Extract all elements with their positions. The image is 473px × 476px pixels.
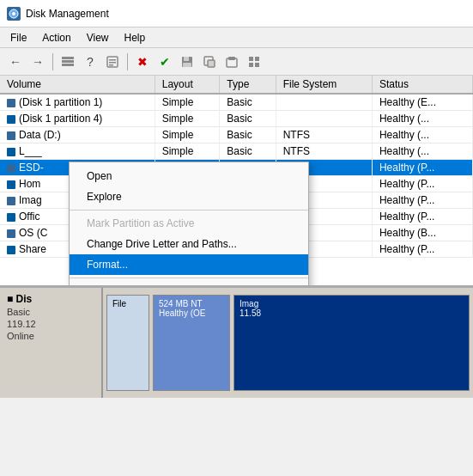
disk-label: ■ Dis xyxy=(7,293,94,305)
col-type: Type xyxy=(220,76,276,94)
cell-status: Healthy (E... xyxy=(372,94,472,111)
partition-imag[interactable]: Imag 11.58 xyxy=(233,295,470,391)
cell-volume: (Disk 1 partition 4) xyxy=(0,111,155,127)
disk-size: 119.12 xyxy=(7,319,94,329)
cell-layout: Simple xyxy=(155,143,220,160)
context-menu-item-explore[interactable]: Explore xyxy=(70,186,308,207)
forward-button[interactable]: → xyxy=(27,52,48,72)
menu-file[interactable]: File xyxy=(3,30,33,46)
window-title: Disk Management xyxy=(26,8,109,20)
svg-rect-18 xyxy=(249,63,253,67)
context-menu: OpenExploreMark Partition as ActiveChang… xyxy=(69,162,309,286)
volume-icon xyxy=(7,229,15,238)
svg-rect-2 xyxy=(62,57,74,59)
delete-button[interactable]: ✖ xyxy=(132,52,153,72)
table-row[interactable]: (Disk 1 partition 1)SimpleBasicHealthy (… xyxy=(0,94,473,111)
svg-rect-19 xyxy=(255,63,259,67)
svg-rect-8 xyxy=(109,64,113,66)
svg-rect-6 xyxy=(109,59,116,61)
cell-filesystem xyxy=(276,111,372,127)
cell-filesystem: NTFS xyxy=(276,143,372,160)
svg-rect-16 xyxy=(249,57,253,61)
cell-layout: Simple xyxy=(155,127,220,143)
col-layout: Layout xyxy=(155,76,220,94)
volume-icon xyxy=(7,197,15,205)
grid-button[interactable] xyxy=(244,52,264,72)
svg-rect-4 xyxy=(62,64,74,66)
cell-layout: Simple xyxy=(155,94,220,111)
save-button[interactable] xyxy=(177,52,197,72)
cell-volume: L___ xyxy=(0,143,155,160)
disk-type: Basic xyxy=(7,307,94,317)
cell-filesystem xyxy=(276,94,372,111)
help-button[interactable]: ? xyxy=(80,52,100,72)
partition-524mb-size: 524 MB NT xyxy=(159,299,224,308)
table-row[interactable]: Data (D:)SimpleBasicNTFSHealthy (... xyxy=(0,127,473,143)
volume-icon xyxy=(7,180,15,189)
import-button[interactable] xyxy=(221,52,242,72)
volume-icon xyxy=(7,131,15,140)
cell-filesystem: NTFS xyxy=(276,127,372,143)
disk-area: ■ Dis Basic 119.12 Online File 524 MB NT… xyxy=(0,286,473,398)
toolbar-sep-2 xyxy=(127,53,128,70)
list-view-button[interactable] xyxy=(58,52,78,72)
partition-524mb[interactable]: 524 MB NT Healthy (OE xyxy=(153,295,230,391)
volume-icon xyxy=(7,115,15,124)
cell-status: Healthy (B... xyxy=(372,225,472,241)
partition-imag-label: Imag xyxy=(240,299,464,308)
cell-status: Healthy (P... xyxy=(372,176,472,192)
cell-status: Healthy (P... xyxy=(372,241,472,258)
context-menu-item-open[interactable]: Open xyxy=(70,166,308,186)
context-menu-item-format---[interactable]: Format... xyxy=(70,254,308,275)
cell-status: Healthy (P... xyxy=(372,209,472,225)
cell-type: Basic xyxy=(220,94,276,111)
properties-button[interactable] xyxy=(102,52,123,72)
volume-icon xyxy=(7,99,15,107)
context-menu-separator xyxy=(70,210,308,211)
volume-icon xyxy=(7,246,15,254)
back-button[interactable]: ← xyxy=(5,52,26,72)
context-menu-item-mark-partition-as-active: Mark Partition as Active xyxy=(70,213,308,234)
table-header-row: Volume Layout Type File System Status xyxy=(0,76,473,94)
confirm-button[interactable]: ✔ xyxy=(155,52,175,72)
cell-status: Healthy (P... xyxy=(372,192,472,209)
col-filesystem: File System xyxy=(276,76,372,94)
menu-view[interactable]: View xyxy=(80,30,116,46)
context-menu-item-extend-volume---: Extend Volume... xyxy=(70,281,308,286)
table-container: Volume Layout Type File System Status (D… xyxy=(0,76,473,286)
cell-status: Healthy (... xyxy=(372,143,472,160)
title-bar: Disk Management xyxy=(0,0,473,27)
table-row[interactable]: (Disk 1 partition 4)SimpleBasicHealthy (… xyxy=(0,111,473,127)
partition-file-label: File xyxy=(112,299,143,308)
disk-partitions: File 524 MB NT Healthy (OE Imag 11.58 xyxy=(103,288,473,398)
svg-rect-3 xyxy=(62,60,74,63)
toolbar: ← → ? ✖ ✔ xyxy=(0,48,473,76)
menu-action[interactable]: Action xyxy=(35,30,77,46)
svg-rect-10 xyxy=(184,57,189,61)
svg-rect-11 xyxy=(183,63,191,67)
cell-volume: Data (D:) xyxy=(0,127,155,143)
svg-rect-13 xyxy=(208,60,215,67)
volume-icon xyxy=(7,213,15,222)
context-menu-item-change-drive-letter-and-paths---[interactable]: Change Drive Letter and Paths... xyxy=(70,234,308,254)
menu-help[interactable]: Help xyxy=(118,30,153,46)
app-icon xyxy=(7,7,21,21)
cell-volume: (Disk 1 partition 1) xyxy=(0,94,155,111)
cell-layout: Simple xyxy=(155,111,220,127)
col-status: Status xyxy=(372,76,472,94)
export-button[interactable] xyxy=(199,52,220,72)
cell-type: Basic xyxy=(220,143,276,160)
menu-bar: File Action View Help xyxy=(0,27,473,48)
cell-type: Basic xyxy=(220,127,276,143)
svg-rect-17 xyxy=(255,57,259,61)
table-row[interactable]: L___SimpleBasicNTFSHealthy (... xyxy=(0,143,473,160)
svg-rect-7 xyxy=(109,62,116,64)
partition-file[interactable]: File xyxy=(106,295,149,391)
volume-icon xyxy=(7,164,15,173)
cell-status: Healthy (... xyxy=(372,111,472,127)
disk-sidebar: ■ Dis Basic 119.12 Online xyxy=(0,288,103,398)
cell-status: Healthy (... xyxy=(372,127,472,143)
volume-icon xyxy=(7,148,15,156)
cell-type: Basic xyxy=(220,111,276,127)
svg-point-1 xyxy=(12,12,15,15)
